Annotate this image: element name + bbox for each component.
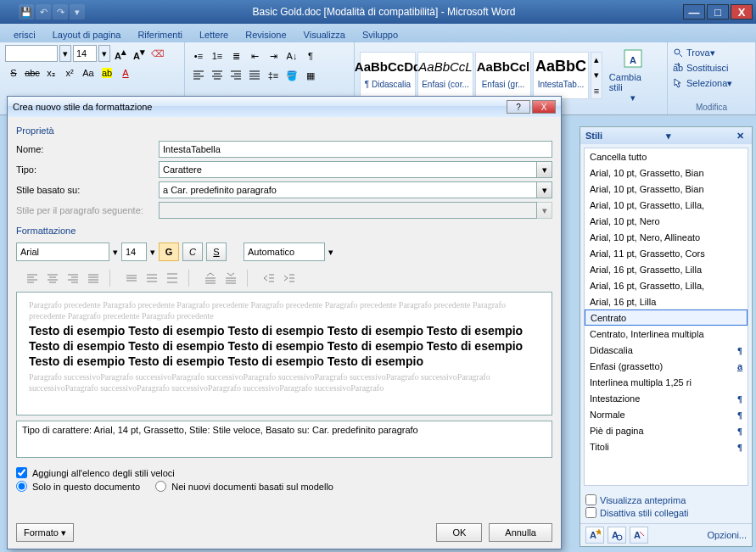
style-list-item[interactable]: Arial, 10 pt, Nero xyxy=(585,213,748,229)
styles-pane-title[interactable]: Stili ▾ ✕ xyxy=(580,127,752,144)
font-name-combo[interactable] xyxy=(5,45,58,62)
style-list-item[interactable]: Arial, 10 pt, Grassetto, Lilla, xyxy=(585,197,748,213)
ribbon-tab[interactable]: Riferimenti xyxy=(129,27,191,42)
ribbon-tab[interactable]: Layout di pagina xyxy=(44,27,130,42)
outdent-icon[interactable]: ⇤ xyxy=(246,47,263,64)
style-list-item[interactable]: Cancella tutto xyxy=(585,148,748,164)
name-input[interactable] xyxy=(159,141,552,158)
maximize-button[interactable]: □ xyxy=(707,4,729,20)
line-spacing-icon[interactable]: ‡≡ xyxy=(265,67,282,84)
borders-icon[interactable]: ▦ xyxy=(302,67,319,84)
bold-button[interactable]: G xyxy=(159,243,179,261)
strike2-icon[interactable]: abc xyxy=(24,64,41,81)
shrink-font-icon[interactable]: A▾ xyxy=(131,45,148,62)
find-button[interactable]: Trova ▾ xyxy=(673,45,750,60)
highlight-icon[interactable]: ab xyxy=(98,64,115,81)
undo-icon[interactable]: ↶ xyxy=(36,4,51,20)
sort-icon[interactable]: A↓ xyxy=(283,47,300,64)
dialog-close-button[interactable]: X xyxy=(532,100,556,114)
chevron-down-icon[interactable]: ▾ xyxy=(328,247,333,258)
bullets-icon[interactable]: •≡ xyxy=(190,47,207,64)
style-list-item[interactable]: Centrato xyxy=(585,309,748,326)
format-menu-button[interactable]: Formato ▾ xyxy=(16,523,74,542)
style-inspector-button[interactable]: A xyxy=(608,527,626,544)
only-doc-radio[interactable] xyxy=(16,481,27,492)
add-quick-checkbox[interactable] xyxy=(16,467,27,478)
italic-button[interactable]: C xyxy=(182,243,203,261)
help-button[interactable]: ? xyxy=(507,100,530,114)
replace-button[interactable]: abSostituisci xyxy=(673,60,750,75)
format-font-select[interactable] xyxy=(16,243,109,261)
style-list-item[interactable]: Intestazione¶ xyxy=(585,390,748,406)
pilcrow-icon[interactable]: ¶ xyxy=(302,47,319,64)
indent-icon[interactable]: ⇥ xyxy=(265,47,282,64)
type-select[interactable] xyxy=(159,161,537,178)
style-list-item[interactable]: Normale¶ xyxy=(585,406,748,422)
strike-icon[interactable]: S xyxy=(5,64,22,81)
chevron-down-icon[interactable]: ▾ xyxy=(537,161,552,178)
qat-customize-icon[interactable]: ▾ xyxy=(70,4,85,20)
disable-linked-checkbox[interactable] xyxy=(585,507,596,518)
style-list-item[interactable]: Didascalia¶ xyxy=(585,342,748,358)
close-icon[interactable]: ✕ xyxy=(735,131,747,142)
font-color-icon[interactable]: A xyxy=(117,64,134,81)
style-list-item[interactable]: Arial, 16 pt, Grassetto, Lilla, xyxy=(585,277,748,293)
underline-button[interactable]: S xyxy=(206,243,227,261)
chevron-down-icon[interactable]: ▾ xyxy=(59,45,71,62)
justify-icon[interactable] xyxy=(246,67,263,84)
minimize-button[interactable]: — xyxy=(683,4,705,20)
save-icon[interactable]: 💾 xyxy=(19,4,34,20)
style-list-item[interactable]: Arial, 16 pt, Grassetto, Lilla xyxy=(585,261,748,277)
ok-button[interactable]: OK xyxy=(436,523,482,542)
format-size-select[interactable] xyxy=(121,243,147,261)
clear-format-icon[interactable]: ⌫ xyxy=(149,45,166,62)
align-left-icon[interactable] xyxy=(190,67,207,84)
cancel-button[interactable]: Annulla xyxy=(489,523,552,542)
change-styles-button[interactable]: A Cambia stili ▾ xyxy=(604,45,662,105)
grow-font-icon[interactable]: A▴ xyxy=(112,45,129,62)
chevron-down-icon[interactable]: ▾ xyxy=(113,247,118,258)
show-preview-checkbox[interactable] xyxy=(585,494,596,505)
style-card[interactable]: AaBbCclEnfasi (gr... xyxy=(475,52,531,99)
style-list-item[interactable]: Centrato, Interlinea multipla xyxy=(585,326,748,342)
align-right-icon[interactable] xyxy=(227,67,244,84)
multilevel-icon[interactable]: ≣ xyxy=(227,47,244,64)
style-card[interactable]: AaBbCIntestaTab... xyxy=(533,52,589,99)
options-link[interactable]: Opzioni... xyxy=(708,530,747,540)
new-docs-radio[interactable] xyxy=(155,481,166,492)
ribbon-tab[interactable]: Visualizza xyxy=(295,27,354,42)
style-list-item[interactable]: Enfasi (grassetto)a xyxy=(585,358,748,374)
style-list-item[interactable]: Arial, 11 pt, Grassetto, Cors xyxy=(585,245,748,261)
change-case-icon[interactable]: Aa xyxy=(80,64,97,81)
style-list-item[interactable]: Interlinea multipla 1,25 ri xyxy=(585,374,748,390)
style-list-item[interactable]: Arial, 10 pt, Nero, Allineato xyxy=(585,229,748,245)
style-card[interactable]: AaBbCcDd¶ Didascalia xyxy=(360,52,416,99)
chevron-down-icon[interactable]: ▾ xyxy=(98,45,110,62)
style-list-item[interactable]: Titoli¶ xyxy=(585,438,748,454)
style-list-item[interactable]: Arial, 16 pt, Lilla xyxy=(585,293,748,309)
select-button[interactable]: Seleziona ▾ xyxy=(673,75,750,91)
ribbon-tab[interactable]: erisci xyxy=(5,27,44,42)
redo-icon[interactable]: ↷ xyxy=(53,4,68,20)
new-style-button[interactable]: A★ xyxy=(585,527,604,544)
chevron-down-icon[interactable]: ▾ xyxy=(663,131,675,142)
close-button[interactable]: X xyxy=(731,4,753,20)
styles-list[interactable]: Cancella tuttoArial, 10 pt, Grassetto, B… xyxy=(584,148,748,486)
ribbon-tab[interactable]: Revisione xyxy=(237,27,294,42)
chevron-down-icon[interactable]: ▾ xyxy=(537,181,552,198)
dialog-titlebar[interactable]: Crea nuovo stile da formattazione ? X xyxy=(8,97,561,117)
shading-icon[interactable]: 🪣 xyxy=(283,67,300,84)
superscript-icon[interactable]: x² xyxy=(61,64,78,81)
numbering-icon[interactable]: 1≡ xyxy=(209,47,226,64)
font-color-select[interactable] xyxy=(244,243,325,261)
chevron-down-icon[interactable]: ▾ xyxy=(150,247,155,258)
style-list-item[interactable]: Arial, 10 pt, Grassetto, Bian xyxy=(585,181,748,197)
manage-styles-button[interactable]: A xyxy=(630,527,648,544)
ribbon-tab[interactable]: Sviluppo xyxy=(354,27,406,42)
subscript-icon[interactable]: x₂ xyxy=(42,64,59,81)
gallery-more-icon[interactable]: ▴▾≡ xyxy=(591,52,602,99)
style-list-item[interactable]: Arial, 10 pt, Grassetto, Bian xyxy=(585,164,748,181)
style-list-item[interactable]: Piè di pagina¶ xyxy=(585,422,748,438)
ribbon-tab[interactable]: Lettere xyxy=(191,27,237,42)
style-card[interactable]: AaBbCcLEnfasi (cor... xyxy=(417,52,473,99)
